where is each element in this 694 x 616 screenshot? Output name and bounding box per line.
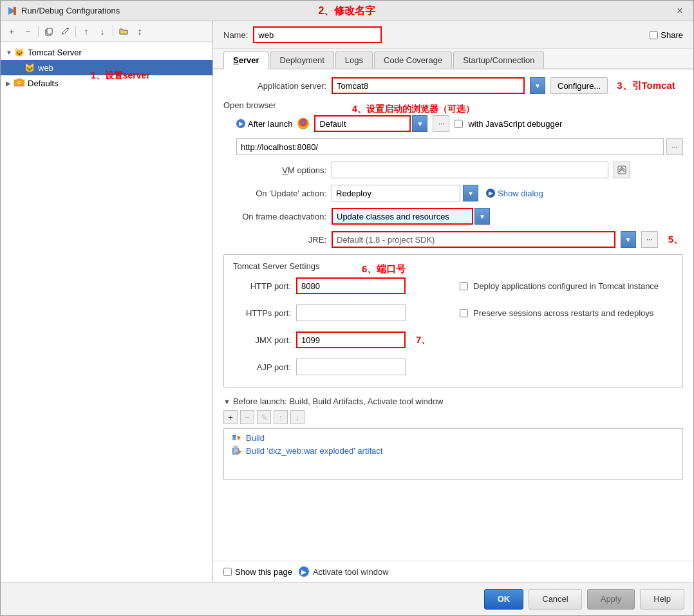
add-config-button[interactable]: + <box>5 24 19 39</box>
jre-input[interactable] <box>332 231 615 248</box>
tree-label-tomcat-server: Tomcat Server <box>28 48 82 57</box>
jmx-port-input[interactable] <box>296 331 406 348</box>
apply-button[interactable]: Apply <box>587 589 635 610</box>
app-server-label: Application server: <box>223 81 326 91</box>
js-debugger-label: with JavaScript debugger <box>468 119 562 129</box>
jre-dropdown-btn[interactable]: ▼ <box>621 231 636 248</box>
on-update-label: On 'Update' action: <box>223 189 326 198</box>
ajp-port-label: AJP port: <box>233 362 291 372</box>
name-input[interactable] <box>253 26 382 43</box>
configure-button[interactable]: Configure... <box>550 77 608 94</box>
bottom-buttons: OK Cancel Apply Help <box>1 582 693 615</box>
https-port-input[interactable] <box>296 304 406 321</box>
tab-startup-connection[interactable]: Startup/Connection <box>453 51 544 68</box>
bl-edit-button[interactable]: ✎ <box>257 410 271 424</box>
toolbar-separator-3 <box>113 26 113 37</box>
vm-options-row: VM options: <box>223 162 683 178</box>
svg-text:10: 10 <box>232 438 236 442</box>
app-server-dropdown-btn[interactable]: ▼ <box>530 77 545 94</box>
tree-item-defaults[interactable]: ▶ Defaults <box>1 75 212 91</box>
bl-add-button[interactable]: + <box>223 410 238 424</box>
folder-button[interactable] <box>117 24 131 39</box>
vm-expand-button[interactable] <box>614 162 630 178</box>
tab-deployment[interactable]: Deployment <box>270 51 333 68</box>
main-content: + − ↑ ↓ <box>1 21 693 582</box>
after-launch-label: After launch <box>248 119 292 129</box>
edit-config-button[interactable] <box>58 24 72 39</box>
browser-more-button[interactable]: ··· <box>433 115 449 132</box>
before-launch-header: ▼ Before launch: Build, Build Artifacts,… <box>223 397 683 406</box>
deploy-apps-row: Deploy applications configured in Tomcat… <box>460 277 673 294</box>
app-server-input[interactable] <box>332 77 525 94</box>
copy-config-button[interactable] <box>42 24 56 39</box>
toolbar-separator-2 <box>75 26 76 37</box>
preserve-sessions-row: Preserve sessions across restarts and re… <box>460 304 673 321</box>
tomcat-settings-box: Tomcat Server Settings 6、端口号 HTTP port: <box>223 254 683 387</box>
open-browser-section: 4、设置启动的浏览器（可选） ▶ After launch ▼ ··· <box>223 115 683 155</box>
browser-select[interactable] <box>314 115 411 132</box>
config-tree[interactable]: ▼ 🐱 Tomcat Server 🐱 web ▶ <box>1 42 212 582</box>
move-up-button[interactable]: ↑ <box>79 24 93 39</box>
http-port-label: HTTP port: <box>233 281 291 291</box>
before-launch-arrow: ▼ <box>223 398 230 406</box>
https-port-row: HTTPs port: <box>233 304 447 321</box>
on-frame-dropdown-btn[interactable]: ▼ <box>474 208 490 225</box>
chrome-icon <box>297 118 309 129</box>
browser-dropdown-btn[interactable]: ▼ <box>412 115 427 132</box>
bl-item-build[interactable]: 01 10 Build <box>229 431 677 444</box>
show-page-checkbox[interactable] <box>223 568 232 576</box>
bl-up-button[interactable]: ↑ <box>274 410 288 424</box>
svg-rect-3 <box>47 28 52 34</box>
move-down-button[interactable]: ↓ <box>95 24 109 39</box>
on-update-select[interactable] <box>332 185 460 201</box>
app-server-input-wrap <box>332 77 525 94</box>
url-input[interactable] <box>236 138 664 155</box>
tomcat-settings-label: Tomcat Server Settings <box>233 261 673 271</box>
share-checkbox[interactable] <box>650 31 658 39</box>
svg-marker-10 <box>238 435 241 440</box>
ok-button[interactable]: OK <box>484 589 524 610</box>
deploy-apps-checkbox[interactable] <box>460 282 468 290</box>
js-debugger-checkbox[interactable] <box>455 120 463 128</box>
tab-code-coverage[interactable]: Code Coverage <box>374 51 452 68</box>
share-label: Share <box>661 30 683 40</box>
tab-logs[interactable]: Logs <box>335 51 373 68</box>
help-button[interactable]: Help <box>640 589 684 610</box>
http-port-input[interactable] <box>296 277 406 294</box>
preserve-sessions-label: Preserve sessions across restarts and re… <box>473 308 653 318</box>
bl-item-artifact[interactable]: Build 'dxz_web:war exploded' artifact <box>229 444 677 457</box>
sort-button[interactable]: ↕ <box>133 24 147 39</box>
show-dialog-icon: ▶ <box>486 189 495 198</box>
on-frame-select[interactable] <box>332 208 473 225</box>
annotation-jre: 5、 <box>668 234 683 246</box>
jre-more-button[interactable]: ··· <box>641 231 658 248</box>
svg-rect-1 <box>14 7 16 15</box>
vm-options-input[interactable] <box>332 162 608 178</box>
show-dialog-btn[interactable]: ▶ Show dialog <box>483 187 546 200</box>
remove-config-button[interactable]: − <box>21 24 35 39</box>
tree-item-web[interactable]: 🐱 web <box>1 60 212 75</box>
defaults-icon <box>14 77 25 89</box>
annotation-tomcat: 3、引Tomcat <box>617 80 675 92</box>
url-more-button[interactable]: ··· <box>666 138 683 155</box>
show-dialog-label: Show dialog <box>498 189 543 198</box>
bl-remove-button[interactable]: − <box>240 410 254 424</box>
after-launch-area: ▶ After launch <box>236 119 292 129</box>
bl-down-button[interactable]: ↓ <box>290 410 305 424</box>
cancel-button[interactable]: Cancel <box>529 589 581 610</box>
share-checkbox-area: Share <box>650 30 683 40</box>
show-page-label: Show this page <box>235 567 292 577</box>
tree-item-tomcat-server[interactable]: ▼ 🐱 Tomcat Server <box>1 44 212 60</box>
bl-artifact-icon <box>232 445 242 456</box>
before-launch-label: Before launch: Build, Build Artifacts, A… <box>233 397 444 406</box>
jmx-port-row: JMX port: 7、 <box>233 331 447 348</box>
svg-rect-12 <box>234 446 238 449</box>
on-frame-row: On frame deactivation: ▼ <box>223 208 683 225</box>
close-button[interactable]: × <box>673 4 687 18</box>
vm-options-label: VM options: <box>223 165 326 175</box>
on-update-dropdown-btn[interactable]: ▼ <box>463 185 478 201</box>
footer-section: Show this page ▶ Activate tool window <box>213 561 693 582</box>
ajp-port-input[interactable] <box>296 359 406 375</box>
tab-server[interactable]: Server <box>223 51 268 70</box>
preserve-sessions-checkbox[interactable] <box>460 309 468 317</box>
